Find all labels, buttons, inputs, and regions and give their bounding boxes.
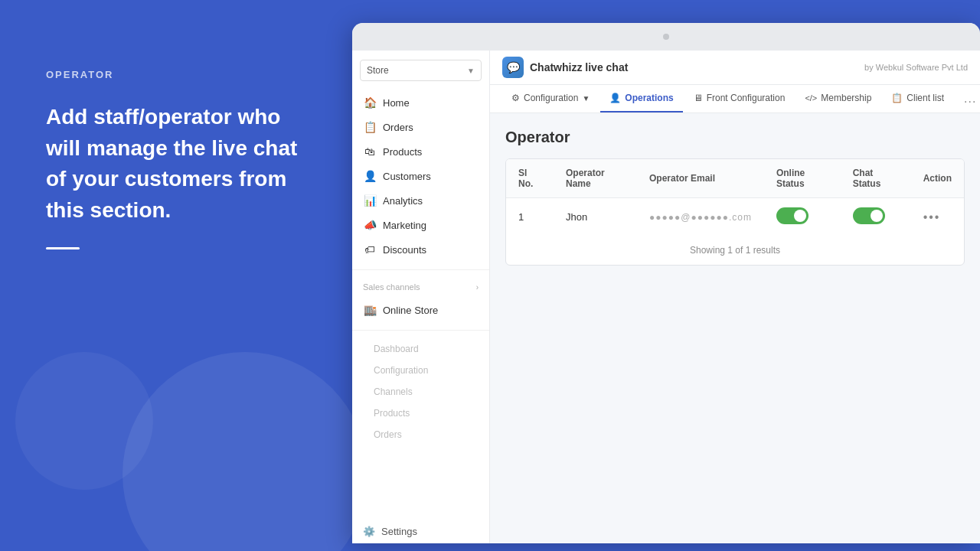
tab-bar: ⚙ Configuration ▼ 👤 Operations 🖥 Front C… — [490, 85, 980, 113]
settings-icon: ⚙️ — [363, 526, 375, 537]
table-header-row: Sl No. Operator Name Operator Email Onli… — [506, 159, 964, 198]
app-logo: 💬 — [502, 57, 524, 78]
sidebar-item-online-store[interactable]: 🏬 Online Store — [352, 298, 489, 322]
main-content: 💬 Chatwhizz live chat by Webkul Software… — [490, 51, 980, 543]
cell-sl-no: 1 — [506, 198, 554, 236]
main-nav-list: 🏠 Home 📋 Orders 🛍 Products 👤 Customers 📊 — [352, 87, 489, 265]
operations-icon: 👤 — [609, 93, 621, 103]
sub-nav-channels[interactable]: Channels — [352, 381, 489, 403]
page-area: Operator Sl No. Operator Name Operator E… — [490, 113, 980, 543]
sidebar-item-settings[interactable]: ⚙️ Settings — [352, 520, 489, 543]
sidebar-item-home[interactable]: 🏠 Home — [352, 90, 489, 115]
table-row: 1 Jhon ●●●●●@●●●●●●.com — [506, 198, 964, 236]
app-vendor: by Webkul Software Pvt Ltd — [864, 63, 968, 72]
tab-membership-label: Membership — [821, 93, 871, 103]
page-title: Operator — [505, 129, 965, 146]
sidebar-item-customers[interactable]: 👤 Customers — [352, 164, 489, 188]
online-status-toggle[interactable] — [776, 207, 808, 224]
app-logo-icon: 💬 — [507, 61, 520, 73]
col-sl-no: Sl No. — [506, 159, 554, 198]
divider-line — [46, 247, 80, 249]
tab-client-list-label: Client list — [906, 93, 944, 103]
home-icon: 🏠 — [363, 96, 377, 109]
sidebar-divider — [352, 269, 489, 270]
sidebar-label-online-store: Online Store — [383, 305, 438, 316]
sidebar-divider-2 — [352, 330, 489, 331]
settings-label: Settings — [381, 526, 417, 537]
sidebar-item-discounts[interactable]: 🏷 Discounts — [352, 237, 489, 262]
sidebar-label-home: Home — [383, 97, 410, 109]
browser-mockup: Store ▼ 🏠 Home 📋 Orders 🛍 Products — [352, 23, 980, 543]
col-chat-status: Chat Status — [841, 159, 911, 198]
sidebar-item-orders[interactable]: 📋 Orders — [352, 115, 489, 139]
tab-membership[interactable]: </> Membership — [795, 85, 880, 112]
configuration-dropdown-icon: ▼ — [582, 94, 590, 103]
col-online-status: Online Status — [764, 159, 841, 198]
marketing-icon: 📣 — [363, 219, 377, 231]
hero-text: Add staff/operator who will manage the l… — [46, 102, 314, 226]
operator-label: OPERATOR — [46, 69, 314, 80]
store-selector[interactable]: Store ▼ — [360, 60, 482, 81]
cell-operator-name: Jhon — [554, 198, 637, 236]
sidebar-label-orders: Orders — [383, 122, 413, 133]
sidebar-label-customers: Customers — [383, 171, 431, 182]
col-action: Action — [911, 159, 964, 198]
tab-operations[interactable]: 👤 Operations — [600, 85, 682, 112]
email-blurred: ●●●●●@●●●●●●.com — [649, 212, 752, 223]
sub-nav-orders[interactable]: Orders — [352, 424, 489, 445]
sidebar-label-discounts: Discounts — [383, 244, 426, 256]
tab-more-button[interactable]: ... — [958, 87, 980, 110]
client-list-icon: 📋 — [891, 93, 903, 103]
front-config-icon: 🖥 — [694, 93, 703, 103]
action-menu-button[interactable]: ••• — [923, 210, 941, 223]
tab-configuration-label: Configuration — [524, 93, 578, 103]
membership-icon: </> — [805, 93, 817, 103]
cell-chat-status — [841, 198, 911, 236]
sidebar-label-marketing: Marketing — [383, 220, 426, 231]
customers-icon: 👤 — [363, 170, 377, 182]
sales-channels-label: Sales channels › — [352, 275, 489, 295]
tab-operations-label: Operations — [625, 93, 673, 103]
left-panel: OPERATOR Add staff/operator who will man… — [0, 0, 360, 551]
sidebar-item-products[interactable]: 🛍 Products — [352, 139, 489, 164]
browser-dot — [663, 34, 669, 40]
sub-nav-products[interactable]: Products — [352, 403, 489, 424]
sub-nav-configuration[interactable]: Configuration — [352, 360, 489, 381]
analytics-icon: 📊 — [363, 194, 377, 207]
sidebar-item-analytics[interactable]: 📊 Analytics — [352, 188, 489, 213]
sidebar-label-analytics: Analytics — [383, 195, 423, 207]
cell-online-status — [764, 198, 841, 236]
sidebar-label-products: Products — [383, 146, 422, 158]
operator-table-card: Sl No. Operator Name Operator Email Onli… — [505, 158, 965, 266]
online-store-icon: 🏬 — [363, 304, 377, 316]
sales-channels-chevron-icon: › — [476, 283, 479, 292]
cell-action: ••• — [911, 198, 964, 236]
app-header: 💬 Chatwhizz live chat by Webkul Software… — [490, 51, 980, 85]
sidebar-item-marketing[interactable]: 📣 Marketing — [352, 213, 489, 237]
browser-top-bar — [352, 23, 980, 51]
sub-nav-list: Dashboard Configuration Channels Product… — [352, 335, 489, 448]
chat-status-toggle[interactable] — [853, 207, 885, 224]
col-operator-name: Operator Name — [554, 159, 637, 198]
store-label: Store — [367, 65, 389, 76]
operator-table: Sl No. Operator Name Operator Email Onli… — [506, 159, 964, 236]
app-container: Store ▼ 🏠 Home 📋 Orders 🛍 Products — [352, 51, 980, 543]
tab-client-list[interactable]: 📋 Client list — [882, 85, 953, 112]
tab-front-configuration-label: Front Configuration — [707, 93, 786, 103]
sales-channels-text: Sales channels — [363, 282, 420, 292]
products-icon: 🛍 — [363, 145, 377, 158]
orders-icon: 📋 — [363, 121, 377, 133]
store-chevron-icon: ▼ — [467, 67, 475, 75]
configuration-icon: ⚙ — [511, 93, 520, 103]
showing-results-text: Showing 1 of 1 results — [506, 236, 964, 265]
app-brand: 💬 Chatwhizz live chat — [502, 57, 628, 78]
discounts-icon: 🏷 — [363, 243, 377, 256]
app-title: Chatwhizz live chat — [530, 61, 628, 73]
tab-front-configuration[interactable]: 🖥 Front Configuration — [684, 85, 795, 112]
sub-nav-dashboard[interactable]: Dashboard — [352, 338, 489, 360]
sales-channels-list: 🏬 Online Store — [352, 295, 489, 325]
sidebar: Store ▼ 🏠 Home 📋 Orders 🛍 Products — [352, 51, 490, 543]
cell-operator-email: ●●●●●@●●●●●●.com — [637, 198, 764, 236]
tab-configuration[interactable]: ⚙ Configuration ▼ — [502, 85, 599, 112]
col-operator-email: Operator Email — [637, 159, 764, 198]
